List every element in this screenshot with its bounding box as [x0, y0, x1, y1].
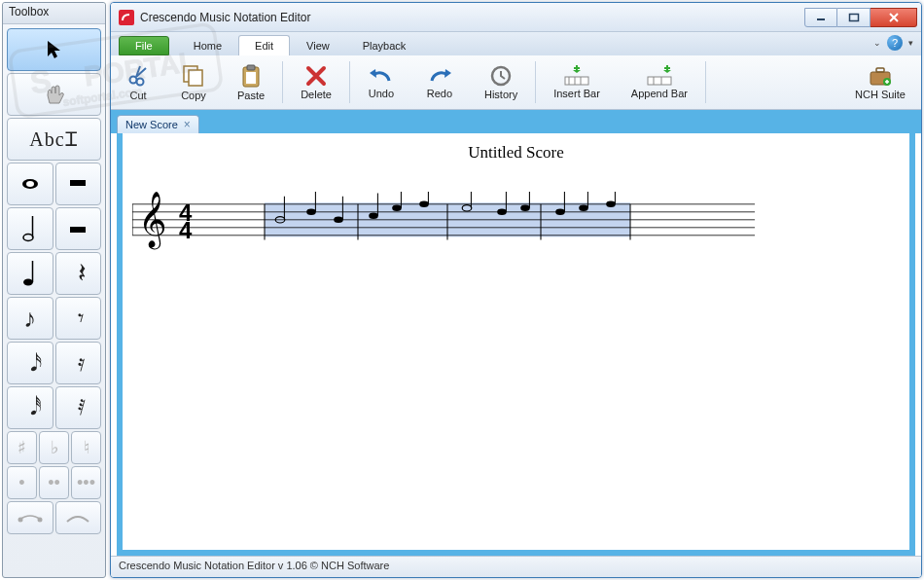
delete-button[interactable]: Delete	[286, 58, 346, 106]
svg-point-14	[137, 79, 144, 86]
svg-rect-16	[189, 70, 202, 86]
titlebar: Crescendo Music Notation Editor	[111, 3, 921, 32]
eighth-rest-tool[interactable]: 𝄾	[55, 297, 102, 340]
natural-tool[interactable]: ♮	[71, 431, 101, 464]
cut-label: Cut	[129, 90, 146, 101]
briefcase-icon	[868, 64, 893, 88]
tab-home[interactable]: Home	[177, 35, 238, 55]
eighth-note-tool[interactable]: ♪	[7, 297, 53, 340]
history-icon	[489, 64, 513, 88]
window-title: Crescendo Music Notation Editor	[140, 11, 804, 24]
insert-bar-label: Insert Bar	[553, 88, 600, 99]
score-canvas[interactable]: Untitled Score	[123, 133, 909, 550]
copy-label: Copy	[181, 90, 206, 101]
sharp-tool[interactable]: ♯	[7, 431, 37, 464]
music-staff: 𝄞 4 4	[132, 192, 755, 262]
quarter-rest-tool[interactable]: 𝄽	[55, 252, 102, 295]
help-dropdown-button[interactable]: ▾	[908, 38, 913, 48]
tab-edit[interactable]: Edit	[238, 35, 290, 55]
half-rest-tool[interactable]	[55, 207, 102, 250]
app-icon	[119, 10, 134, 25]
svg-text:𝄞: 𝄞	[138, 192, 167, 250]
nch-suite-button[interactable]: NCH Suite	[840, 58, 920, 106]
toolbox-title: Toolbox	[3, 3, 105, 24]
close-button[interactable]	[871, 8, 917, 27]
svg-rect-27	[648, 77, 671, 85]
undo-button[interactable]: Undo	[353, 58, 409, 106]
file-menu-button[interactable]: File	[119, 36, 169, 55]
canvas-frame: Untitled Score	[117, 133, 915, 556]
document-tab[interactable]: New Score ×	[117, 115, 199, 133]
document-tab-label: New Score	[125, 119, 178, 130]
document-tabs: New Score ×	[111, 110, 921, 133]
svg-point-1	[26, 181, 34, 187]
copy-icon	[181, 63, 206, 89]
collapse-ribbon-button[interactable]: ⌄	[873, 38, 881, 48]
dot-tool[interactable]: •	[7, 466, 37, 499]
svg-rect-5	[70, 227, 86, 233]
svg-text:4: 4	[179, 217, 193, 243]
whole-rest-tool[interactable]	[55, 163, 102, 205]
history-label: History	[484, 89, 517, 100]
close-tab-button[interactable]: ×	[184, 118, 191, 131]
svg-point-66	[520, 205, 530, 211]
toolbox-grid: AbcᏆ 𝄽 ♪ 𝄾 𝅘𝅥𝅯 𝄿 𝅘𝅥𝅰 𝅀 ♯ ♭ ♮	[3, 24, 105, 538]
double-dot-tool[interactable]: ••	[39, 466, 69, 499]
undo-icon	[368, 65, 395, 87]
svg-point-70	[579, 205, 588, 211]
history-button[interactable]: History	[470, 58, 532, 106]
flat-tool[interactable]: ♭	[39, 431, 69, 464]
undo-label: Undo	[369, 88, 394, 99]
svg-point-8	[18, 518, 22, 523]
thirtysecond-note-tool[interactable]: 𝅘𝅥𝅰	[7, 386, 53, 429]
svg-point-56	[369, 213, 378, 219]
status-bar: Crescendo Music Notation Editor v 1.06 ©…	[111, 556, 921, 577]
insert-bar-icon	[563, 65, 590, 87]
toolbox-panel: Toolbox AbcᏆ 𝄽 ♪ 𝄾 𝅘𝅥𝅯 𝄿 �	[2, 2, 106, 578]
copy-button[interactable]: Copy	[166, 58, 221, 106]
triple-dot-tool[interactable]: •••	[71, 466, 101, 499]
redo-label: Redo	[427, 88, 452, 99]
append-bar-button[interactable]: Append Bar	[617, 58, 702, 106]
thirtysecond-rest-tool[interactable]: 𝅀	[55, 386, 102, 429]
svg-rect-33	[876, 68, 884, 72]
paste-icon	[239, 63, 263, 89]
svg-rect-12	[849, 14, 858, 20]
nch-suite-label: NCH Suite	[855, 89, 906, 100]
redo-button[interactable]: Redo	[411, 58, 468, 106]
main-window: Crescendo Music Notation Editor File Hom…	[110, 2, 922, 578]
pointer-tool[interactable]	[7, 28, 101, 71]
paste-label: Paste	[237, 90, 265, 101]
insert-bar-button[interactable]: Insert Bar	[539, 58, 615, 106]
svg-point-52	[306, 209, 316, 215]
svg-point-6	[23, 279, 33, 286]
svg-point-3	[23, 235, 33, 241]
sixteenth-rest-tool[interactable]: 𝄿	[55, 342, 102, 384]
svg-rect-10	[119, 10, 134, 25]
text-tool[interactable]: AbcᏆ	[7, 118, 101, 161]
tab-playback[interactable]: Playback	[346, 35, 423, 55]
cut-button[interactable]: Cut	[112, 58, 164, 106]
minimize-button[interactable]	[804, 8, 837, 27]
quarter-note-tool[interactable]	[7, 252, 53, 295]
svg-rect-2	[70, 180, 86, 186]
svg-point-64	[497, 209, 507, 215]
redo-icon	[426, 65, 453, 87]
maximize-button[interactable]	[837, 8, 871, 27]
paste-button[interactable]: Paste	[223, 58, 279, 106]
svg-point-9	[37, 518, 42, 523]
help-button[interactable]: ?	[887, 35, 903, 51]
hand-tool[interactable]	[7, 73, 101, 116]
sixteenth-note-tool[interactable]: 𝅘𝅥𝅯	[7, 342, 53, 384]
svg-rect-18	[247, 65, 255, 70]
half-note-tool[interactable]	[7, 207, 53, 250]
whole-note-tool[interactable]	[7, 163, 53, 205]
slur-tool[interactable]	[55, 501, 102, 534]
delete-icon	[304, 64, 328, 88]
svg-rect-19	[246, 72, 256, 84]
tie-tool[interactable]	[7, 501, 53, 534]
tab-view[interactable]: View	[290, 35, 346, 55]
delete-label: Delete	[301, 89, 332, 100]
ribbon-toolbar: Cut Copy Paste Delete Undo Redo History	[111, 55, 921, 110]
menu-help-area: ⌄ ? ▾	[873, 35, 913, 51]
